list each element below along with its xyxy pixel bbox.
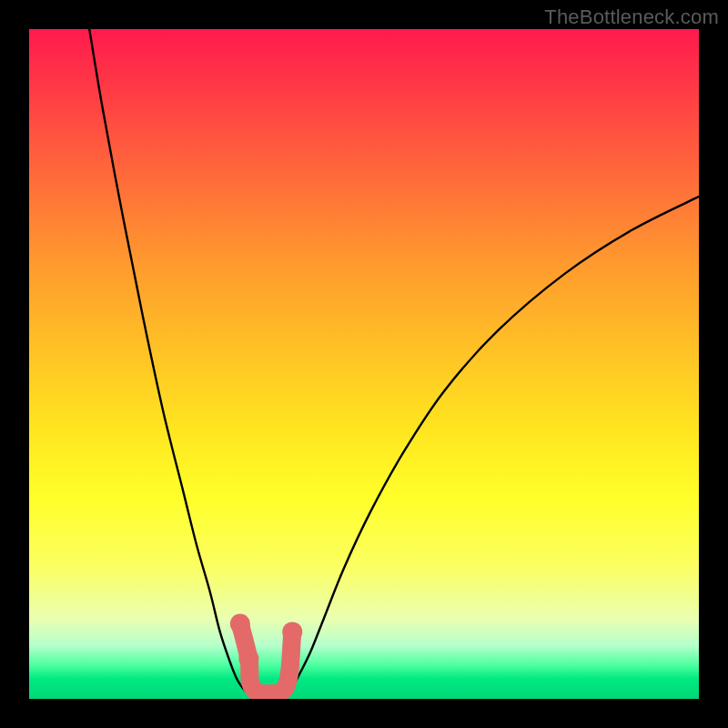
chart-frame: TheBottleneck.com (0, 0, 728, 728)
valley-blob-dot (282, 622, 302, 642)
plot-area (29, 29, 699, 699)
chart-svg (29, 29, 699, 699)
curve-layer (89, 29, 699, 699)
right-curve (284, 197, 699, 699)
valley-blob-dot (230, 614, 250, 634)
blob-layer (230, 614, 302, 694)
left-curve (89, 29, 256, 699)
valley-blob-dot (238, 649, 258, 669)
watermark-text: TheBottleneck.com (544, 5, 719, 29)
